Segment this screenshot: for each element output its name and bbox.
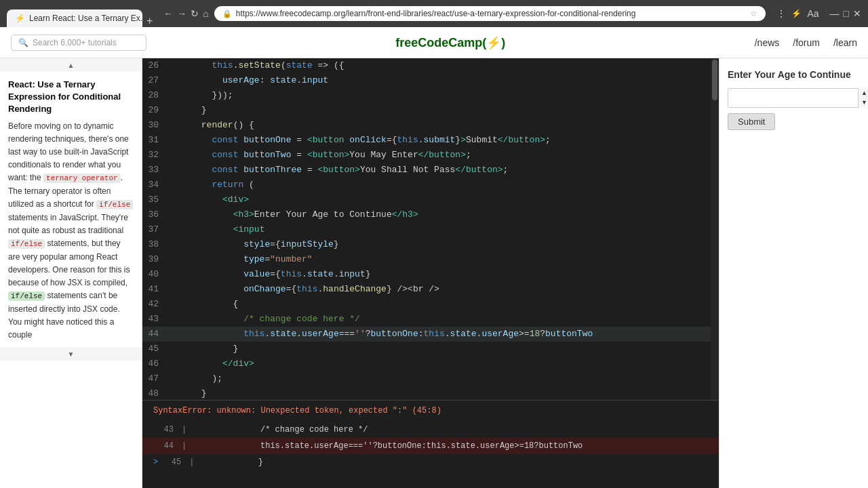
code-line-48: 48 } xyxy=(142,386,711,400)
error-arrow-icon: > xyxy=(153,455,158,469)
line-number-46: 46 xyxy=(142,357,170,371)
browser-actions: ⋮ ⚡ Aa xyxy=(776,8,818,19)
code-line-33: 33 const buttonThree = <button>You Shall… xyxy=(142,163,711,178)
ternary-operator-code: ternary operator xyxy=(43,174,121,183)
code-line-37: 37 <input xyxy=(142,222,711,237)
line-content-28: })); xyxy=(170,88,711,103)
bookmark-icon[interactable]: ☆ xyxy=(750,9,757,18)
error-line-bar-44: | xyxy=(182,439,186,453)
back-button[interactable]: ← xyxy=(163,8,173,19)
refresh-button[interactable]: ↻ xyxy=(191,8,199,19)
error-line-num-45: 45 xyxy=(161,455,181,469)
lock-icon: 🔒 xyxy=(222,9,232,18)
line-content-42: { xyxy=(170,297,711,312)
code-line-32: 32 const buttonTwo = <button>You May Ent… xyxy=(142,148,711,163)
error-line-bar-43: | xyxy=(182,423,186,436)
line-content-27: userAge: state.input xyxy=(170,73,711,88)
line-content-37: <input xyxy=(170,222,711,237)
line-number-33: 33 xyxy=(142,163,170,178)
extensions-icon[interactable]: ⋮ xyxy=(776,8,786,19)
sidebar-text-3: statements in JavaScript. They're not qu… xyxy=(8,213,128,235)
code-editor[interactable]: 26 this.setState(state => ({ 27 userAge:… xyxy=(142,58,711,400)
code-line-45: 45 } xyxy=(142,342,711,357)
line-content-33: const buttonThree = <button>You Shall No… xyxy=(170,163,711,178)
line-number-29: 29 xyxy=(142,103,170,118)
error-line-bar-45: | xyxy=(189,455,194,469)
line-content-26: this.setState(state => ({ xyxy=(170,58,711,73)
sidebar-title: React: Use a Ternary Expression for Cond… xyxy=(0,72,142,120)
line-content-36: <h3>Enter Your Age to Continue</h3> xyxy=(170,207,711,222)
home-button[interactable]: ⌂ xyxy=(203,8,208,19)
news-link[interactable]: /news xyxy=(755,37,780,48)
line-content-46: </div> xyxy=(170,357,711,371)
error-line-content-43: /* change code here */ xyxy=(192,423,368,436)
forum-link[interactable]: /forum xyxy=(793,37,820,48)
if-else-code-1: if/else xyxy=(96,200,133,209)
age-input[interactable] xyxy=(728,90,858,106)
code-line-34: 34 return ( xyxy=(142,178,711,192)
panel-title: Enter Your Age to Continue xyxy=(728,69,860,80)
line-content-48: } xyxy=(170,386,711,400)
line-number-38: 38 xyxy=(142,237,170,252)
line-content-30: render() { xyxy=(170,118,711,133)
age-input-container: ▲ ▼ xyxy=(728,88,860,108)
error-message: SyntaxError: unknown: Unexpected token, … xyxy=(142,401,719,422)
line-number-42: 42 xyxy=(142,297,170,312)
error-console-line-45: > 45 | } xyxy=(142,454,719,470)
code-line-43: 43 /* change code here */ xyxy=(142,312,711,327)
line-content-45: } xyxy=(170,342,711,357)
line-number-28: 28 xyxy=(142,88,170,103)
active-tab[interactable]: ⚡ Learn React: Use a Ternary Ex... ✕ xyxy=(7,9,142,27)
code-line-46: 46 </div> xyxy=(142,357,711,371)
code-line-42: 42 { xyxy=(142,297,711,312)
account-icon[interactable]: ⚡ xyxy=(791,9,802,18)
error-console-line-44: 44 | this.state.userAge===''?buttonOne:t… xyxy=(142,438,719,454)
tab-title: Learn React: Use a Ternary Ex... xyxy=(29,14,142,23)
code-line-26: 26 this.setState(state => ({ xyxy=(142,58,711,73)
code-line-36: 36 <h3>Enter Your Age to Continue</h3> xyxy=(142,207,711,222)
line-number-27: 27 xyxy=(142,73,170,88)
error-line-num-44: 44 xyxy=(153,439,174,453)
learn-link[interactable]: /learn xyxy=(833,37,857,48)
main-container: 🔍 Search 6,000+ tutorials freeCodeCamp(⚡… xyxy=(0,27,868,488)
search-icon: 🔍 xyxy=(18,38,28,47)
content-area: ▲ React: Use a Ternary Expression for Co… xyxy=(0,58,868,488)
line-content-43: /* change code here */ xyxy=(170,312,711,327)
close-window-button[interactable]: ✕ xyxy=(853,8,861,19)
editor-scrollbar[interactable] xyxy=(711,58,719,400)
code-line-28: 28 })); xyxy=(142,88,711,103)
maximize-button[interactable]: □ xyxy=(844,8,849,19)
error-line-num-43: 43 xyxy=(153,423,174,436)
search-box[interactable]: 🔍 Search 6,000+ tutorials xyxy=(11,35,146,51)
error-line-content-45: } xyxy=(199,455,263,469)
spinner-down-button[interactable]: ▼ xyxy=(859,98,868,108)
spinner-up-button[interactable]: ▲ xyxy=(859,89,868,98)
submit-button[interactable]: Submit xyxy=(728,113,775,130)
line-number-41: 41 xyxy=(142,282,170,297)
line-content-35: <div> xyxy=(170,192,711,207)
forward-button[interactable]: → xyxy=(177,8,186,19)
browser-chrome: ⚡ Learn React: Use a Ternary Ex... ✕ + ←… xyxy=(0,0,868,27)
line-number-34: 34 xyxy=(142,178,170,192)
line-number-26: 26 xyxy=(142,58,170,73)
fcc-favicon: ⚡ xyxy=(15,14,25,23)
error-console: SyntaxError: unknown: Unexpected token, … xyxy=(142,400,719,488)
sidebar-scroll-down[interactable]: ▼ xyxy=(0,347,142,361)
new-tab-button[interactable]: + xyxy=(146,15,153,27)
code-line-35: 35 <div> xyxy=(142,192,711,207)
line-content-29: } xyxy=(170,103,711,118)
line-number-36: 36 xyxy=(142,207,170,222)
code-line-39: 39 type="number" xyxy=(142,252,711,267)
line-number-37: 37 xyxy=(142,222,170,237)
zoom-button[interactable]: Aa xyxy=(807,8,818,19)
code-line-41: 41 onChange={this.handleChange} /><br /> xyxy=(142,282,711,297)
sidebar-scroll-up[interactable]: ▲ xyxy=(0,58,142,72)
editor-scrollbar-thumb xyxy=(712,60,717,100)
line-content-38: style={inputStyle} xyxy=(170,237,711,252)
address-bar[interactable]: 🔒 https://www.freecodecamp.org/learn/fro… xyxy=(214,6,766,21)
line-number-39: 39 xyxy=(142,252,170,267)
right-panel: Enter Your Age to Continue ▲ ▼ Submit xyxy=(719,58,868,488)
nav-controls: ← → ↻ ⌂ xyxy=(163,8,208,19)
line-number-32: 32 xyxy=(142,148,170,163)
minimize-button[interactable]: — xyxy=(830,8,840,19)
